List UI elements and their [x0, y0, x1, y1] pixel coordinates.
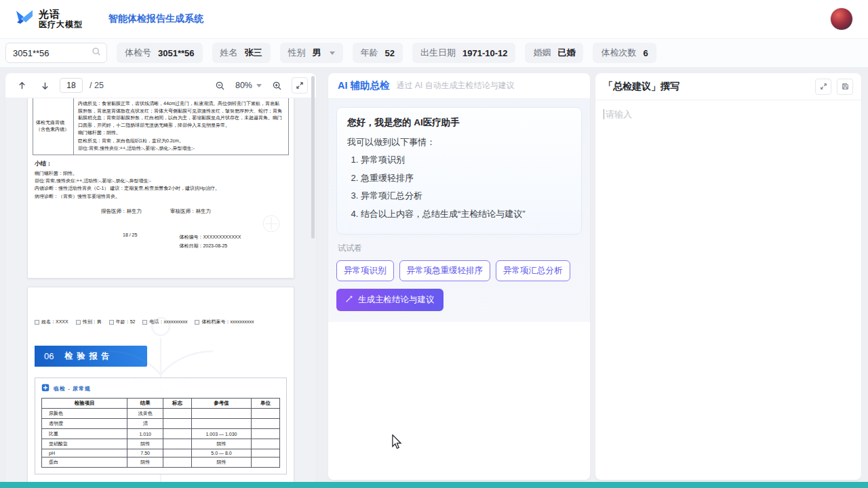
meta-age: 年龄：52	[116, 319, 136, 325]
field-value: 男	[313, 47, 321, 59]
exam-number: 体检编号：XXXXXXXXXXXX	[179, 232, 241, 241]
gross-findings: 巨检所见：胃窦，灰白色组织1粒，直径为0.2cm。	[78, 138, 284, 145]
field-exam-count: 体检次数 6	[593, 43, 656, 63]
page-marker: 18 / 25	[123, 232, 137, 251]
ai-panel-subtitle: 通过 AI 自动生成主检结论与建议	[397, 80, 515, 92]
meta-phone: 电话：xxxxxxxxxx	[149, 319, 187, 325]
search-icon[interactable]	[92, 47, 101, 59]
chevron-down-icon[interactable]	[330, 52, 335, 55]
page-total: / 25	[90, 81, 104, 90]
table-row: 尿颜色浅黄色	[42, 409, 280, 419]
field-value: 6	[643, 48, 648, 58]
page-up-icon[interactable]	[14, 77, 30, 94]
col-header: 参考值	[192, 399, 252, 409]
field-label: 出生日期	[420, 47, 456, 59]
scrollbar-thumb[interactable]	[311, 76, 315, 239]
table-row: 透明度清	[42, 419, 280, 429]
col-header: 标志	[163, 399, 192, 409]
checkbox-icon	[76, 320, 81, 325]
bottom-taskbar	[0, 482, 868, 488]
pdf-page-18: 体检无痛胃镜（含色素内镜） 内镜所见：食管黏膜正常，齿状线清晰，44cm过贲门，…	[27, 98, 294, 279]
save-icon[interactable]	[837, 79, 853, 95]
summary-line: 病理诊断：（胃窦）慢性非萎缩性胃炎。	[35, 192, 287, 200]
page-title: 智能体检报告生成系统	[108, 13, 203, 25]
pdf-page-19: 姓名：XXXX 性别：男 年龄：52 电话：xxxxxxxxxx 体检档案号：x…	[27, 287, 294, 484]
ai-greeting: 您好，我是您的 AI医疗助手	[347, 117, 571, 129]
checkbox-icon	[35, 320, 39, 325]
col-header: 检验项目	[42, 399, 127, 409]
field-age: 年龄 52	[353, 43, 403, 63]
summary-block: 小结： 幽门螺杆菌：阳性。 部位:胃窦,慢性炎症:++,活动性:-,萎缩:-,肠…	[35, 159, 287, 200]
zoom-level-dropdown[interactable]: 80%	[235, 81, 262, 90]
field-label: 婚姻	[533, 47, 551, 59]
field-value: 52	[385, 48, 395, 58]
patient-info-bar: 体检号 3051**56 姓名 张三 性别 男 年龄 52 出生日期 1971-…	[0, 38, 868, 68]
hp-result: 幽门螺杆菌：阳性。	[78, 129, 284, 137]
urinalysis-title: 临检 - 尿常规	[54, 385, 91, 392]
gastroscopy-section: 体检无痛胃镜（含色素内镜） 内镜所见：食管黏膜正常，齿状线清晰，44cm过贲门，…	[33, 98, 289, 155]
list-item: 异常项汇总分析	[361, 187, 571, 205]
patient-meta-row: 姓名：XXXX 性别：男 年龄：52 电话：xxxxxxxxxx 体检档案号：x…	[35, 319, 287, 325]
gastroscopy-findings: 内镜所见：食管黏膜正常，齿状线清晰，44cm过贲门，粘液湖清。高位倒转贲门下紧贴…	[78, 100, 284, 129]
urinalysis-table: 检验项目 结果 标志 参考值 单位 尿颜色浅黄色	[41, 398, 280, 468]
conclusion-editor-panel: 「总检建议」撰写 请输入	[595, 73, 861, 480]
abnormal-identify-button[interactable]: 异常项识别	[336, 260, 394, 281]
search-box[interactable]	[5, 43, 107, 63]
meta-name: 姓名：XXXX	[41, 319, 68, 325]
editor-panel-title: 「总检建议」撰写	[604, 81, 810, 93]
field-value: 1971-10-12	[462, 48, 508, 58]
generate-button-label: 生成主检结论与建议	[358, 294, 435, 306]
summary-title: 小结：	[35, 159, 287, 169]
abnormal-summary-button[interactable]: 异常项汇总分析	[496, 260, 570, 281]
zoom-out-icon[interactable]	[212, 77, 229, 94]
app-header: 光语 医疗大模型 智能体检报告生成系统	[0, 0, 868, 38]
ai-panel-title: AI 辅助总检	[338, 79, 390, 92]
zoom-in-icon[interactable]	[269, 77, 285, 94]
ai-intro: 我可以做到以下事情：	[347, 136, 571, 148]
page-number-input[interactable]	[60, 78, 83, 93]
field-label: 体检次数	[601, 47, 636, 59]
field-label: 体检号	[125, 47, 151, 59]
pdf-viewer-panel: / 25 80%	[5, 73, 316, 484]
logo-watermark	[261, 214, 281, 237]
list-item: 急重缓轻排序	[361, 169, 571, 188]
severity-sort-button[interactable]: 异常项急重缓轻排序	[399, 260, 491, 281]
text-caret	[604, 109, 604, 119]
section-banner-title: 检验报告	[64, 350, 113, 362]
ai-assistant-panel: AI 辅助总检 通过 AI 自动生成主检结论与建议 您好，我是您的 AI医疗助手…	[328, 73, 590, 480]
field-gender[interactable]: 性别 男	[280, 43, 343, 63]
field-value: 已婚	[557, 47, 575, 59]
medical-cross-icon	[41, 382, 50, 394]
zoom-value: 80%	[235, 81, 252, 90]
col-header: 单位	[251, 399, 279, 409]
conclusion-editor[interactable]: 请输入	[595, 100, 861, 480]
list-item: 异常项识别	[361, 151, 571, 169]
fullscreen-icon[interactable]	[292, 77, 308, 94]
summary-line: 部位:胃窦,慢性炎症:++,活动性:-,萎缩:-,肠化:-,异型增生:-	[35, 177, 287, 184]
ai-panel-header: AI 辅助总检 通过 AI 自动生成主检结论与建议	[328, 73, 590, 99]
field-label: 性别	[288, 47, 306, 59]
logo: 光语 医疗大模型	[15, 8, 83, 29]
magic-wand-icon	[345, 294, 354, 305]
avatar[interactable]	[830, 7, 853, 30]
pdf-scroll-area[interactable]: 体检无痛胃镜（含色素内镜） 内镜所见：食管黏膜正常，齿状线清晰，44cm过贲门，…	[5, 98, 316, 484]
ai-chat-area: 您好，我是您的 AI医疗助手 我可以做到以下事情： 异常项识别 急重缓轻排序 异…	[328, 99, 590, 322]
editor-placeholder: 请输入	[606, 108, 632, 121]
field-birthdate: 出生日期 1971-10-12	[412, 43, 516, 63]
pdf-toolbar: / 25 80%	[5, 73, 316, 98]
report-doctor: 报告医师：林生力	[101, 208, 142, 215]
field-marriage: 婚姻 已婚	[525, 43, 583, 63]
search-input[interactable]	[13, 48, 92, 58]
field-label: 年龄	[361, 47, 378, 59]
page-down-icon[interactable]	[37, 77, 53, 94]
quick-actions-row: 异常项识别 异常项急重缓轻排序 异常项汇总分析	[336, 260, 582, 281]
field-label: 姓名	[220, 47, 238, 59]
try-it-label: 试试看	[338, 243, 580, 254]
list-item: 结合以上内容，总结生成“主检结论与建议”	[361, 205, 571, 224]
field-exam-no: 体检号 3051**56	[117, 43, 203, 63]
generate-conclusion-button[interactable]: 生成主检结论与建议	[336, 289, 443, 311]
expand-icon[interactable]	[815, 79, 831, 95]
table-row: pH7.50 5.0 — 8.0	[42, 449, 280, 458]
exam-date: 体检日期：2023-08-25	[179, 241, 241, 250]
field-name: 姓名 张三	[212, 43, 271, 63]
